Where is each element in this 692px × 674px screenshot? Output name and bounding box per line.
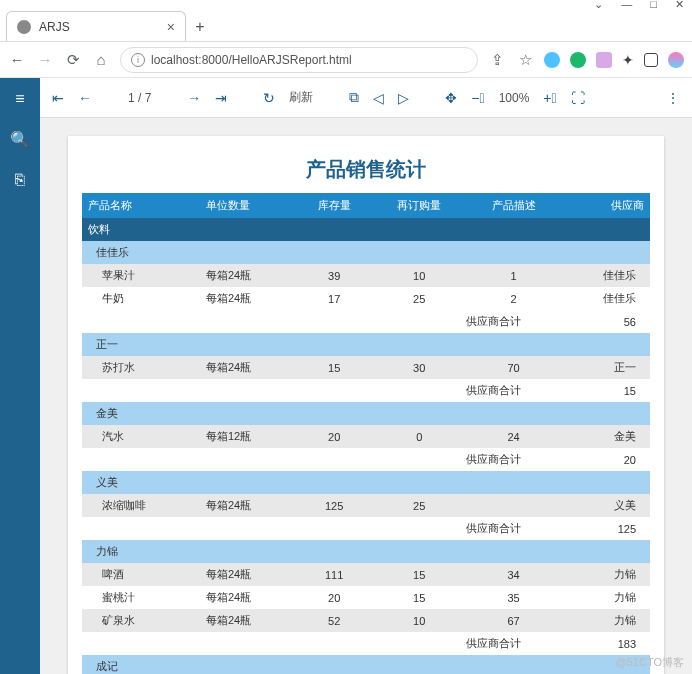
tab-strip: ARJS × + — [0, 10, 692, 42]
fullscreen-icon[interactable]: ⛶ — [571, 90, 585, 106]
tab-title: ARJS — [39, 20, 70, 34]
home-button[interactable]: ⌂ — [92, 51, 110, 68]
table-row: 矿泉水每箱24瓶521067力锦 — [82, 609, 650, 632]
viewer-sidebar: ≡ 🔍 ⎘ — [0, 78, 40, 674]
table-row: 供应商合计56 — [82, 310, 650, 333]
ext-icon-1[interactable] — [544, 52, 560, 68]
window-minimize-icon[interactable]: — — [621, 0, 632, 11]
side-panel-icon[interactable] — [644, 53, 658, 67]
col-reorder: 再订购量 — [372, 193, 466, 218]
document-area[interactable]: 产品销售统计 产品名称 单位数量 库存量 再订购量 产品描述 供应商 饮料佳佳乐… — [40, 118, 692, 674]
extensions-icon[interactable]: ✦ — [622, 52, 634, 68]
history-back-icon[interactable]: ◁ — [373, 90, 384, 106]
prev-page-icon[interactable]: ← — [78, 90, 92, 106]
window-dropdown-icon[interactable]: ⌄ — [594, 0, 603, 11]
col-supplier: 供应商 — [561, 193, 650, 218]
report-page: 产品销售统计 产品名称 单位数量 库存量 再订购量 产品描述 供应商 饮料佳佳乐… — [68, 136, 664, 674]
table-row: 供应商合计183 — [82, 632, 650, 655]
table-row: 蜜桃汁每箱24瓶201535力锦 — [82, 586, 650, 609]
table-row: 力锦 — [82, 540, 650, 563]
zoom-in-icon[interactable]: +⃝ — [543, 90, 556, 106]
search-icon[interactable]: 🔍 — [10, 130, 30, 149]
forward-button: → — [36, 51, 54, 68]
last-page-icon[interactable]: ⇥ — [215, 90, 227, 106]
window-maximize-icon[interactable]: □ — [650, 0, 657, 11]
table-row: 汽水每箱12瓶20024金美 — [82, 425, 650, 448]
back-button[interactable]: ← — [8, 51, 26, 68]
first-page-icon[interactable]: ⇤ — [52, 90, 64, 106]
watermark: @51CTO博客 — [616, 655, 684, 670]
history-fwd-icon[interactable]: ▷ — [398, 90, 409, 106]
address-bar: ← → ⟳ ⌂ i localhost:8000/HelloARJSReport… — [0, 42, 692, 78]
table-row: 供应商合计20 — [82, 448, 650, 471]
profile-icon[interactable] — [668, 52, 684, 68]
table-row: 正一 — [82, 333, 650, 356]
ext-icon-3[interactable] — [596, 52, 612, 68]
extensions: ✦ — [544, 52, 684, 68]
star-icon[interactable]: ☆ — [516, 51, 534, 69]
next-page-icon[interactable]: → — [187, 90, 201, 106]
url-input[interactable]: i localhost:8000/HelloARJSReport.html — [120, 47, 478, 73]
table-row: 成记 — [82, 655, 650, 674]
table-row: 苹果汁每箱24瓶39101佳佳乐 — [82, 264, 650, 287]
refresh-label: 刷新 — [289, 89, 313, 106]
report-title: 产品销售统计 — [82, 156, 650, 183]
col-name: 产品名称 — [82, 193, 200, 218]
reload-button[interactable]: ⟳ — [64, 51, 82, 69]
table-row: 苏打水每箱24瓶153070正一 — [82, 356, 650, 379]
refresh-icon[interactable]: ↻ — [263, 90, 275, 106]
table-row: 供应商合计125 — [82, 517, 650, 540]
window-close-icon[interactable]: ✕ — [675, 0, 684, 11]
table-row: 义美 — [82, 471, 650, 494]
report-table: 产品名称 单位数量 库存量 再订购量 产品描述 供应商 饮料佳佳乐苹果汁每箱24… — [82, 193, 650, 674]
browser-tab[interactable]: ARJS × — [6, 11, 186, 41]
table-row: 佳佳乐 — [82, 241, 650, 264]
url-text: localhost:8000/HelloARJSReport.html — [151, 53, 352, 67]
zoom-out-icon[interactable]: −⃝ — [471, 90, 484, 106]
favicon-icon — [17, 20, 31, 34]
col-desc: 产品描述 — [466, 193, 560, 218]
gallery-icon[interactable]: ⧉ — [349, 89, 359, 106]
page-indicator: 1 / 7 — [128, 91, 151, 105]
new-tab-button[interactable]: + — [186, 13, 214, 41]
col-unit: 单位数量 — [200, 193, 296, 218]
ext-icon-2[interactable] — [570, 52, 586, 68]
table-row: 饮料 — [82, 218, 650, 241]
table-row: 金美 — [82, 402, 650, 425]
more-icon[interactable]: ⋮ — [666, 90, 680, 106]
col-stock: 库存量 — [296, 193, 372, 218]
pan-icon[interactable]: ✥ — [445, 90, 457, 106]
menu-icon[interactable]: ≡ — [15, 90, 24, 108]
table-row: 浓缩咖啡每箱24瓶12525义美 — [82, 494, 650, 517]
viewer-toolbar: ⇤ ← 1 / 7 → ⇥ ↻ 刷新 ⧉ ◁ ▷ ✥ −⃝ 100% +⃝ ⛶ … — [40, 78, 692, 118]
table-header: 产品名称 单位数量 库存量 再订购量 产品描述 供应商 — [82, 193, 650, 218]
site-info-icon[interactable]: i — [131, 53, 145, 67]
export-icon[interactable]: ⎘ — [15, 171, 25, 189]
tab-close-icon[interactable]: × — [167, 19, 175, 35]
share-icon[interactable]: ⇪ — [488, 51, 506, 69]
zoom-level: 100% — [499, 91, 530, 105]
table-row: 供应商合计15 — [82, 379, 650, 402]
table-row: 牛奶每箱24瓶17252佳佳乐 — [82, 287, 650, 310]
table-row: 啤酒每箱24瓶1111534力锦 — [82, 563, 650, 586]
